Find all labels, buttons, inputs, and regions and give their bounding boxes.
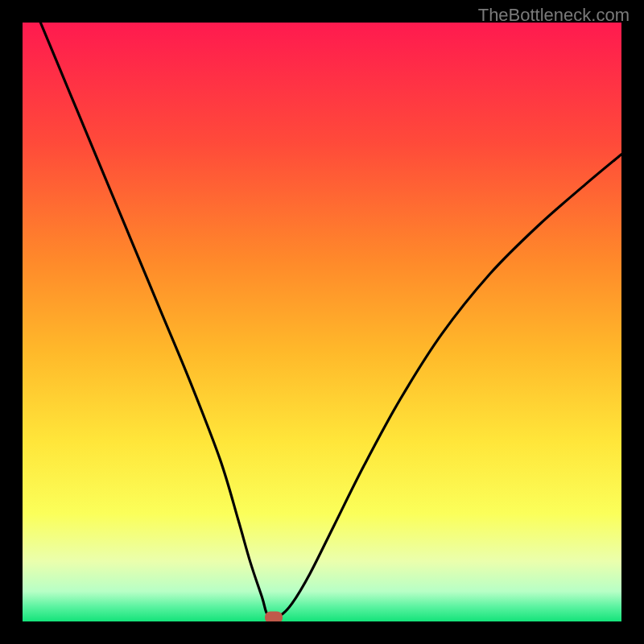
watermark-text: TheBottleneck.com xyxy=(478,5,630,26)
optimal-point-marker xyxy=(265,611,283,621)
bottleneck-curve xyxy=(23,23,621,621)
plot-area xyxy=(23,23,621,621)
